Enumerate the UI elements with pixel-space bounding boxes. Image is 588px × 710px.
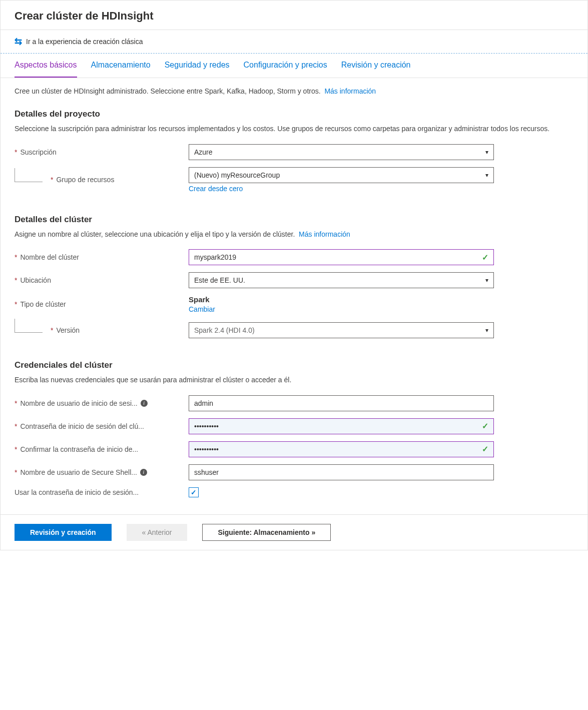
login-pwd-row: * Contraseña de inicio de sesión del clú… — [15, 418, 573, 434]
use-login-pwd-checkbox[interactable]: ✓ — [189, 487, 199, 497]
chevron-down-icon: ▾ — [485, 277, 488, 284]
check-icon: ✓ — [482, 253, 488, 262]
chevron-down-icon: ▾ — [485, 172, 488, 179]
login-pwd-label: Contraseña de inicio de sesión del clú..… — [20, 422, 144, 430]
tab-security[interactable]: Seguridad y redes — [165, 54, 230, 78]
ssh-user-label: Nombre de usuario de Secure Shell... — [20, 468, 137, 476]
required-marker: * — [15, 148, 17, 156]
create-new-rg-link[interactable]: Crear desde cero — [189, 185, 243, 193]
version-select[interactable]: Spark 2.4 (HDI 4.0) ▾ — [189, 322, 494, 338]
cluster-name-label: Nombre del clúster — [20, 253, 79, 261]
tab-basics[interactable]: Aspectos básicos — [15, 54, 77, 78]
resource-group-row: * Grupo de recursos (Nuevo) myResourceGr… — [15, 167, 573, 193]
project-desc: Seleccione la suscripción para administr… — [15, 124, 565, 134]
intro-text: Cree un clúster de HDInsight administrad… — [15, 87, 573, 95]
chevron-down-icon: ▾ — [485, 327, 488, 334]
cluster-type-label: Tipo de clúster — [20, 300, 66, 308]
version-label: Versión — [56, 326, 80, 334]
subscription-select[interactable]: Azure ▾ — [189, 144, 494, 160]
info-icon[interactable]: i — [140, 469, 147, 476]
check-icon: ✓ — [482, 421, 488, 431]
ssh-user-row: * Nombre de usuario de Secure Shell... i… — [15, 464, 573, 480]
classic-experience-link[interactable]: ⇆ Ir a la experiencia de creación clásic… — [1, 30, 587, 54]
swap-icon: ⇆ — [15, 36, 22, 47]
location-row: * Ubicación Este de EE. UU. ▾ — [15, 272, 573, 288]
subscription-label: Suscripción — [20, 148, 56, 156]
footer-bar: Revisión y creación « Anterior Siguiente… — [1, 514, 587, 550]
project-heading: Detalles del proyecto — [15, 109, 573, 119]
tab-review[interactable]: Revisión y creación — [341, 54, 411, 78]
cluster-type-row: * Tipo de clúster Spark Cambiar — [15, 295, 573, 313]
use-login-pwd-row: Usar la contraseña de inicio de sesión..… — [15, 487, 573, 497]
indent-connector — [15, 319, 43, 333]
cluster-type-value: Spark — [189, 295, 494, 304]
classic-link-text: Ir a la experiencia de creación clásica — [26, 38, 143, 46]
rg-label: Grupo de recursos — [56, 176, 114, 184]
info-icon[interactable]: i — [141, 400, 148, 407]
version-row: * Versión Spark 2.4 (HDI 4.0) ▾ — [15, 322, 573, 338]
next-button[interactable]: Siguiente: Almacenamiento » — [202, 524, 331, 541]
resource-group-select[interactable]: (Nuevo) myResourceGroup ▾ — [189, 167, 494, 183]
tab-pricing[interactable]: Configuración y precios — [244, 54, 327, 78]
more-info-link[interactable]: Más información — [324, 87, 376, 95]
wizard-tabs: Aspectos básicos Almacenamiento Segurida… — [1, 54, 587, 78]
check-icon: ✓ — [482, 444, 488, 454]
cluster-name-row: * Nombre del clúster myspark2019 ✓ — [15, 249, 573, 265]
subscription-row: * Suscripción Azure ▾ — [15, 144, 573, 160]
change-cluster-type-link[interactable]: Cambiar — [189, 305, 215, 313]
review-create-button[interactable]: Revisión y creación — [15, 524, 112, 541]
ssh-user-input[interactable]: sshuser — [189, 464, 494, 480]
chevron-down-icon: ▾ — [485, 149, 488, 156]
login-user-row: * Nombre de usuario de inicio de sesi...… — [15, 395, 573, 411]
tab-storage[interactable]: Almacenamiento — [91, 54, 151, 78]
cluster-more-info-link[interactable]: Más información — [299, 230, 350, 238]
cluster-name-input[interactable]: myspark2019 ✓ — [189, 249, 494, 265]
confirm-pwd-row: * Confirmar la contraseña de inicio de..… — [15, 441, 573, 457]
cluster-desc: Asigne un nombre al clúster, seleccione … — [15, 230, 565, 240]
login-user-label: Nombre de usuario de inicio de sesi... — [20, 399, 137, 407]
indent-connector — [15, 168, 43, 182]
login-pwd-input[interactable]: •••••••••• ✓ — [189, 418, 494, 434]
location-select[interactable]: Este de EE. UU. ▾ — [189, 272, 494, 288]
creds-heading: Credenciales del clúster — [15, 360, 573, 370]
confirm-pwd-input[interactable]: •••••••••• ✓ — [189, 441, 494, 457]
page-title: Crear clúster de HDInsight — [1, 1, 587, 30]
creds-desc: Escriba las nuevas credenciales que se u… — [15, 375, 565, 385]
confirm-pwd-label: Confirmar la contraseña de inicio de... — [20, 445, 138, 453]
cluster-heading: Detalles del clúster — [15, 215, 573, 225]
login-user-input[interactable]: admin — [189, 395, 494, 411]
use-login-pwd-label: Usar la contraseña de inicio de sesión..… — [15, 488, 139, 496]
previous-button: « Anterior — [127, 524, 188, 541]
location-label: Ubicación — [20, 276, 51, 284]
